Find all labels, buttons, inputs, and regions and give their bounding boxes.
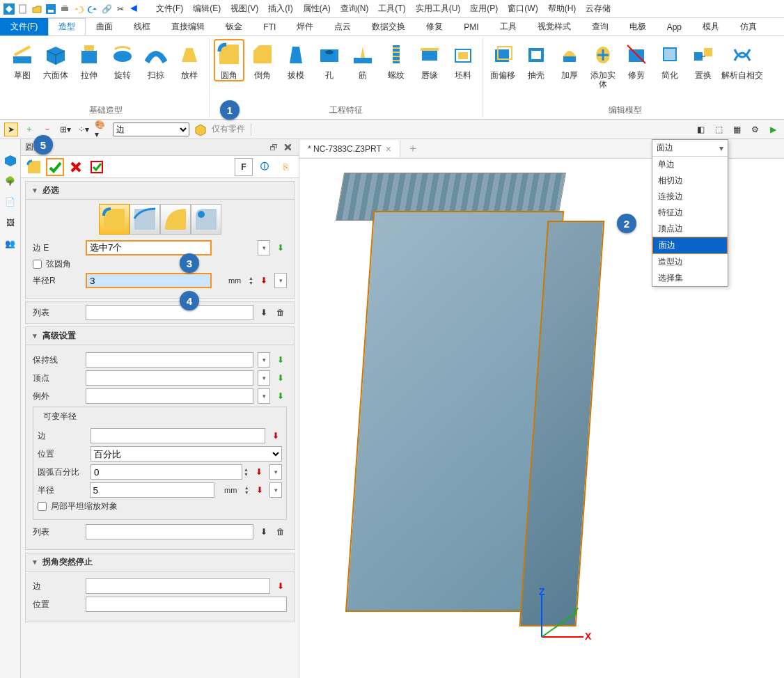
menu-util[interactable]: 实用工具(U) (411, 1, 465, 16)
vertex-pick-icon[interactable]: ⬇ (274, 372, 287, 384)
edge-opt-connect[interactable]: 连接边 (652, 189, 728, 205)
ok-button[interactable] (46, 158, 64, 176)
tab-wire[interactable]: 线框 (123, 18, 161, 36)
section-corner[interactable]: 拐角突然停止 (25, 553, 295, 571)
tab-file[interactable]: 文件(F) (0, 18, 48, 36)
vr-arc-pick-icon[interactable]: ⬇ (253, 466, 265, 478)
edge-opt-tangent[interactable]: 相切边 (652, 173, 728, 189)
tab-cloud[interactable]: 点云 (324, 18, 361, 36)
vr-pos-select[interactable]: 百分比 (91, 446, 282, 462)
edge-opt-set[interactable]: 选择集 (652, 270, 728, 286)
vr-radius-input[interactable] (90, 482, 214, 498)
rbtn-faceoffset[interactable]: 面偏移 (487, 39, 518, 81)
keepline-pick-icon[interactable]: ⬇ (274, 354, 287, 366)
tab-direct[interactable]: 直接编辑 (161, 18, 215, 36)
keepline-input[interactable] (86, 352, 253, 368)
edge-input[interactable] (86, 240, 212, 255)
lt-cube-icon[interactable] (3, 153, 17, 167)
edge-opt-feature[interactable]: 特征边 (652, 205, 728, 221)
print-icon[interactable] (58, 3, 71, 15)
keepline-dd[interactable]: ▾ (258, 352, 270, 368)
gear-icon[interactable]: ⚙ (748, 123, 762, 136)
edge-opt-face[interactable]: 面边 (652, 237, 728, 254)
tab-add-icon[interactable]: ＋ (400, 141, 425, 156)
radius-spin-up[interactable]: ▲ (249, 276, 253, 281)
tab-visual[interactable]: 视觉样式 (527, 18, 581, 36)
menu-edit[interactable]: 编辑(E) (189, 1, 225, 16)
rbtn-selfint[interactable]: 解析自相交 (721, 39, 763, 81)
vr-edge-input[interactable] (91, 428, 265, 443)
tab-sheet[interactable]: 钣金 (215, 18, 253, 36)
rbtn-trim[interactable]: 修剪 (621, 39, 652, 81)
redo-icon[interactable] (86, 3, 99, 15)
tab-model[interactable]: 造型 (48, 18, 86, 36)
list-input[interactable] (86, 305, 253, 320)
menu-file[interactable]: 文件(F) (152, 1, 187, 16)
cursor-icon[interactable]: ➤ (4, 123, 18, 136)
rbtn-lip[interactable]: 唇缘 (414, 39, 445, 81)
radius-more-icon[interactable]: ▾ (274, 273, 287, 288)
exception-dd[interactable]: ▾ (258, 388, 270, 404)
save-icon[interactable] (45, 3, 57, 15)
tab-close-icon[interactable]: × (386, 143, 391, 155)
rbtn-sweep[interactable]: 扫掠 (141, 39, 171, 81)
info-icon[interactable]: ⓘ (256, 158, 274, 176)
rbtn-hole[interactable]: 孔 (314, 39, 345, 81)
rbtn-chamfer[interactable]: 倒角 (247, 39, 278, 81)
list-del-icon[interactable]: 🗑 (274, 306, 287, 319)
rbtn-replace[interactable]: 置换 (688, 39, 719, 81)
list2-input[interactable] (86, 524, 253, 539)
box-icon[interactable] (194, 123, 207, 136)
section-advanced[interactable]: 高级设置 (25, 326, 295, 345)
f-button[interactable]: F (235, 158, 253, 176)
menu-insert[interactable]: 插入(I) (264, 1, 297, 16)
edge-dropdown-icon[interactable]: ▾ (258, 240, 270, 255)
menu-window[interactable]: 窗口(W) (503, 1, 542, 16)
tab-repair[interactable]: 修复 (416, 18, 453, 36)
open-icon[interactable] (31, 3, 43, 15)
rbtn-stock[interactable]: 坯料 (448, 39, 478, 81)
arrow-icon[interactable]: ⯇ (128, 3, 141, 15)
menu-view[interactable]: 视图(V) (226, 1, 262, 16)
lt-picture-icon[interactable]: 🖼 (3, 216, 17, 230)
edge-pick-icon[interactable]: ⬇ (274, 242, 287, 254)
menu-app[interactable]: 应用(P) (466, 1, 502, 16)
edge-type-combo[interactable]: 面边 (652, 140, 728, 157)
rbtn-simplify[interactable]: 简化 (654, 39, 685, 81)
dot-icon[interactable]: ⁘▾ (77, 123, 91, 136)
play-icon[interactable]: ▶ (766, 123, 780, 136)
fillet-type-2[interactable] (130, 204, 160, 235)
rbtn-sketch[interactable]: 草图 (7, 39, 38, 81)
grid-icon[interactable]: ⊞▾ (58, 123, 72, 136)
rbtn-rib[interactable]: 筋 (347, 39, 378, 81)
tab-mold[interactable]: 模具 (692, 18, 730, 36)
list-save-icon[interactable]: ⬇ (258, 306, 270, 319)
rbtn-hex[interactable]: 六面体 (40, 39, 71, 81)
fillet-type-1[interactable] (99, 204, 130, 235)
palette-icon[interactable]: 🎨▾ (95, 123, 109, 136)
tab-sim[interactable]: 仿真 (730, 18, 767, 36)
fillet-type-4[interactable] (191, 204, 221, 235)
rbtn-shell[interactable]: 抽壳 (521, 39, 551, 81)
lt-layer-icon[interactable]: 📄 (3, 195, 17, 209)
radius-pick-icon[interactable]: ⬇ (258, 274, 270, 287)
tab-tools[interactable]: 工具 (489, 18, 527, 36)
cs-edge-input[interactable] (86, 578, 270, 594)
undo-icon[interactable] (72, 3, 85, 15)
plus-icon[interactable]: ＋ (22, 123, 36, 136)
rbtn-thicken[interactable]: 加厚 (554, 39, 585, 81)
exception-input[interactable] (86, 388, 253, 404)
menu-attr[interactable]: 属性(A) (299, 1, 335, 16)
section-required[interactable]: 必选 (25, 181, 295, 200)
rbtn-loft[interactable]: 放样 (174, 39, 205, 81)
edge-opt-single[interactable]: 单边 (652, 157, 728, 173)
tab-electrode[interactable]: 电极 (619, 18, 657, 36)
tb-misc-3[interactable]: ▦ (730, 123, 744, 136)
radius-spin-down[interactable]: ▼ (249, 281, 253, 285)
rbtn-fillet[interactable]: 圆角 (214, 39, 244, 81)
rbtn-thread[interactable]: 螺纹 (381, 39, 411, 81)
tab-exchange[interactable]: 数据交换 (361, 18, 416, 36)
rbtn-revolve[interactable]: 旋转 (107, 39, 138, 81)
chord-checkbox[interactable] (33, 260, 42, 269)
menu-cloud[interactable]: 云存储 (581, 1, 615, 16)
